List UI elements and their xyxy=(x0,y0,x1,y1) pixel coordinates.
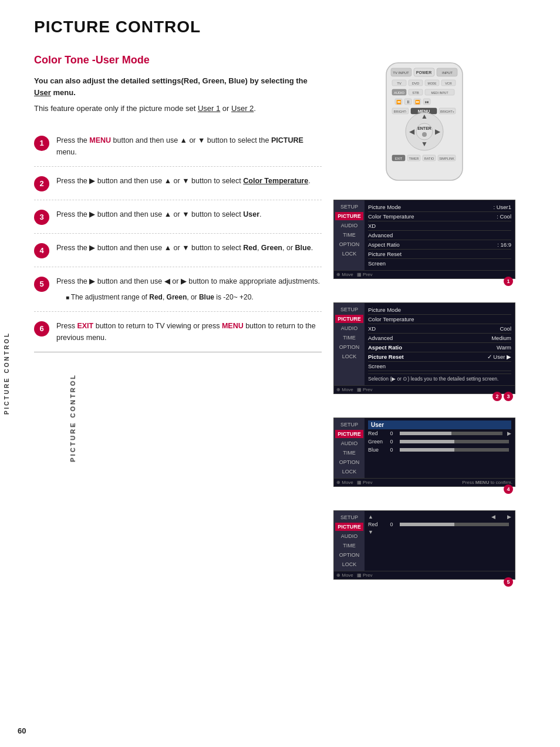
step-5: 5 Press the ▶ button and then use ◀ or ▶… xyxy=(34,267,322,312)
section-title: Color Tone -User Mode xyxy=(34,54,322,66)
side-label: PICTURE CONTROL xyxy=(4,332,10,415)
tv-row: Color Temperature xyxy=(368,315,511,324)
tv-adj-row-blue: Blue 0 xyxy=(368,446,511,454)
tv-menu-option: OPTION xyxy=(335,240,363,248)
tv-menu-time: TIME xyxy=(335,231,363,239)
tv-row: Aspect Ratio: 16:9 xyxy=(368,240,511,250)
step-text-1: Press the MENU button and then use ▲ or … xyxy=(56,134,322,158)
screen-badge-4: 4 xyxy=(504,484,513,494)
tv-menu-setup: SETUP xyxy=(335,513,363,521)
tv-row: Color Temperature: Cool xyxy=(368,212,511,221)
svg-text:TIMER: TIMER xyxy=(409,157,419,160)
tv-row: Picture Mode: User1 xyxy=(368,203,511,212)
remote-control-image: TV INPUT POWER INPUT TV DVD MODE VCR xyxy=(333,60,515,183)
svg-text:BRIGHT-: BRIGHT- xyxy=(394,110,407,113)
tv-sidebar-4: SETUP PICTURE AUDIO TIME OPTION LOCK xyxy=(334,511,365,571)
screen-badges-23: 2 3 xyxy=(492,392,513,401)
tv-sidebar-2: SETUP PICTURE AUDIO TIME OPTION LOCK xyxy=(334,303,365,385)
tv-adj-row-red-2: Red 0 xyxy=(368,520,511,529)
tv-menu-picture: PICTURE xyxy=(335,523,363,531)
tv-screen-4-wrapper: SETUP PICTURE AUDIO TIME OPTION LOCK ▲ ◀… xyxy=(333,510,515,582)
step-6: 6 Press EXIT button to return to TV view… xyxy=(34,312,322,352)
badge-3: 3 xyxy=(504,392,513,401)
svg-text:⏩: ⏩ xyxy=(415,99,420,105)
tv-row: Screen xyxy=(368,362,511,371)
tv-row: Picture Mode xyxy=(368,305,511,315)
tv-screen-3: SETUP PICTURE AUDIO TIME OPTION LOCK Use… xyxy=(333,418,515,487)
tv-menu-time: TIME xyxy=(335,541,363,550)
step-text-5: Press the ▶ button and then use ◀ or ▶ b… xyxy=(56,275,320,303)
svg-text:AUDIO: AUDIO xyxy=(394,91,404,95)
svg-text:SIMPLINK: SIMPLINK xyxy=(439,157,454,160)
screen-badge-1: 1 xyxy=(504,277,513,286)
tv-menu-audio: AUDIO xyxy=(335,532,363,540)
svg-text:DVD: DVD xyxy=(412,82,420,85)
tv-menu-picture: PICTURE xyxy=(335,430,363,438)
tv-row: Aspect RatioWarm xyxy=(368,343,511,352)
tv-menu-audio: AUDIO xyxy=(335,439,363,447)
tv-menu-audio: AUDIO xyxy=(335,324,363,332)
step-number-2: 2 xyxy=(34,176,49,191)
tv-menu-lock: LOCK xyxy=(335,250,363,258)
svg-text:POWER: POWER xyxy=(416,70,431,75)
tv-row: Screen xyxy=(368,259,511,268)
svg-text:VCR: VCR xyxy=(445,82,452,85)
tv-menu-option: OPTION xyxy=(335,458,363,466)
tv-adj-row-green: Green 0 xyxy=(368,438,511,446)
tv-content-1: Picture Mode: User1 Color Temperature: C… xyxy=(365,200,515,270)
tv-screen-1: SETUP PICTURE AUDIO TIME OPTION LOCK Pic… xyxy=(333,200,515,279)
step-text-3: Press the ▶ button and then use ▲ or ▼ b… xyxy=(56,208,262,220)
page-number: 60 xyxy=(18,726,26,735)
tv-footer-1: ⊕ Move▦ Prev xyxy=(334,270,515,278)
svg-text:MODE: MODE xyxy=(428,82,437,85)
badge-2: 2 xyxy=(492,392,502,401)
step-1: 1 Press the MENU button and then use ▲ o… xyxy=(34,126,322,167)
svg-text:▶: ▶ xyxy=(435,127,441,136)
tv-content-3: User Red 0 ▶ Green 0 xyxy=(365,418,515,478)
step-text-2: Press the ▶ button and then use ▲ or ▼ b… xyxy=(56,175,311,187)
tv-screen-2: SETUP PICTURE AUDIO TIME OPTION LOCK Pic… xyxy=(333,302,515,394)
bullet-note: The adjustment range of Red, Green, or B… xyxy=(56,292,320,303)
tv-row: XDCool xyxy=(368,324,511,334)
tv-menu-setup: SETUP xyxy=(335,203,363,211)
svg-text:BRIGHT+: BRIGHT+ xyxy=(440,110,454,113)
tv-menu-option: OPTION xyxy=(335,551,363,559)
tv-screen-1-wrapper: SETUP PICTURE AUDIO TIME OPTION LOCK Pic… xyxy=(333,200,515,281)
tv-content-2: Picture Mode Color Temperature XDCool Ad… xyxy=(365,303,515,385)
tv-screen-3-wrapper: SETUP PICTURE AUDIO TIME OPTION LOCK Use… xyxy=(333,418,515,489)
tv-screen-4: SETUP PICTURE AUDIO TIME OPTION LOCK ▲ ◀… xyxy=(333,510,515,580)
svg-text:▼: ▼ xyxy=(421,140,428,148)
step-4: 4 Press the ▶ button and then use ▲ or ▼… xyxy=(34,234,322,267)
tv-adj-row-red: Red 0 ▶ xyxy=(368,429,511,438)
tv-menu-setup: SETUP xyxy=(335,305,363,314)
svg-text:STB: STB xyxy=(412,91,419,95)
svg-text:ENTER: ENTER xyxy=(417,126,431,130)
tv-menu-option: OPTION xyxy=(335,343,363,351)
page-title: PICTURE CONTROL xyxy=(34,18,548,36)
tv-menu-lock: LOCK xyxy=(335,467,363,476)
intro-text-1: You can also adjust the detailed setting… xyxy=(34,75,322,98)
tv-footer-3: ⊕ Move▦ PrevPress MENU to confirm. xyxy=(334,478,515,486)
tv-row: XD xyxy=(368,221,511,231)
intro-text-2: This feature operate only if the picture… xyxy=(34,103,322,115)
svg-text:RATIO: RATIO xyxy=(424,157,434,160)
tv-sidebar-1: SETUP PICTURE AUDIO TIME OPTION LOCK xyxy=(334,200,365,270)
tv-footer-4: ⊕ Move▦ Prev xyxy=(334,571,515,579)
svg-text:⏭: ⏭ xyxy=(425,100,429,104)
svg-text:INPUT: INPUT xyxy=(442,71,453,75)
step-number-3: 3 xyxy=(34,210,49,225)
tv-menu-audio: AUDIO xyxy=(335,221,363,230)
step-3: 3 Press the ▶ button and then use ▲ or ▼… xyxy=(34,200,322,234)
tv-menu-lock: LOCK xyxy=(335,560,363,568)
svg-text:TV: TV xyxy=(397,82,402,85)
step-number-4: 4 xyxy=(34,243,49,258)
svg-text:TV INPUT: TV INPUT xyxy=(393,71,409,75)
tv-menu-setup: SETUP xyxy=(335,420,363,429)
step-number-6: 6 xyxy=(34,321,49,337)
svg-text:EXIT: EXIT xyxy=(395,157,403,160)
tv-menu-picture: PICTURE xyxy=(335,315,363,323)
step-text-4: Press the ▶ button and then use ▲ or ▼ b… xyxy=(56,242,313,254)
tv-row: Picture Reset✓ User ▶ xyxy=(368,352,511,362)
step-2: 2 Press the ▶ button and then use ▲ or ▼… xyxy=(34,167,322,200)
tv-menu-picture: PICTURE xyxy=(335,212,363,220)
